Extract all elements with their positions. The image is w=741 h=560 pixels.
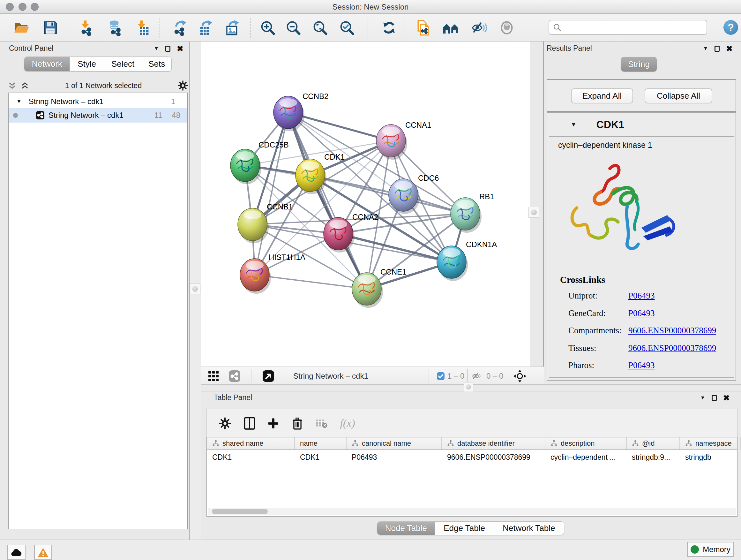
tab-network-table[interactable]: Network Table xyxy=(494,522,564,535)
panel-close-icon[interactable]: ✖ xyxy=(723,395,730,401)
first-neighbors-icon[interactable] xyxy=(441,15,460,40)
clone-network-icon[interactable] xyxy=(414,15,432,40)
save-session-icon[interactable] xyxy=(41,15,60,40)
tab-network[interactable]: Network xyxy=(24,57,70,71)
import-database-icon[interactable] xyxy=(106,15,125,40)
right-divider-handle[interactable] xyxy=(529,207,539,218)
network-node-CDC25B[interactable] xyxy=(230,149,261,184)
memory-button[interactable]: Memory xyxy=(687,542,734,557)
panel-menu-icon[interactable]: ▼ xyxy=(703,46,708,51)
tab-sets[interactable]: Sets xyxy=(142,57,172,71)
network-row[interactable]: String Network – cdk1 11 48 xyxy=(9,108,187,123)
crosslink-link[interactable]: P06493 xyxy=(628,291,655,308)
tab-style[interactable]: Style xyxy=(70,57,104,71)
zoom-out-icon[interactable] xyxy=(284,15,302,40)
export-network-icon[interactable] xyxy=(172,15,190,40)
crosslink-link[interactable]: P06493 xyxy=(628,361,655,378)
crosslink-link[interactable]: P06493 xyxy=(628,308,655,326)
network-node-CCNA2[interactable] xyxy=(324,217,354,253)
delete-table-icon[interactable] xyxy=(313,415,330,432)
table-cell[interactable]: cyclin–dependent ... xyxy=(545,450,627,464)
show-all-icon[interactable] xyxy=(497,15,516,40)
cloud-status-icon[interactable] xyxy=(7,545,25,560)
column-header-label: database identifier xyxy=(457,439,515,448)
gene-card-expander-icon[interactable]: ▼ xyxy=(570,121,577,128)
column-header-namespace[interactable]: namespace xyxy=(680,437,741,449)
network-node-CDK1[interactable] xyxy=(295,159,327,194)
network-view-canvas[interactable]: CCNB2CCNA1CDC25BCDK1CDC6RB1CCNB1CCNA2CDK… xyxy=(201,42,530,367)
add-column-icon[interactable] xyxy=(264,415,282,432)
expand-all-icon[interactable] xyxy=(21,81,29,90)
selected-checkbox-icon[interactable] xyxy=(436,367,445,385)
help-icon[interactable]: ? xyxy=(724,20,738,35)
column-header-name[interactable]: name xyxy=(295,437,347,449)
fit-center-icon[interactable] xyxy=(513,367,527,385)
table-row[interactable]: CDK1CDK1P064939606.ENSP00000378699cyclin… xyxy=(207,450,737,464)
table-cell[interactable]: CDK1 xyxy=(295,450,347,464)
protein-structure-image xyxy=(562,155,682,260)
tab-string[interactable]: String xyxy=(621,57,657,71)
panel-menu-icon[interactable]: ▼ xyxy=(154,46,159,51)
zoom-in-icon[interactable] xyxy=(259,15,277,40)
panel-float-icon[interactable] xyxy=(165,46,171,52)
collapse-all-icon[interactable] xyxy=(8,81,16,90)
node-label-CCNA2: CCNA2 xyxy=(352,212,378,221)
warning-status-icon[interactable] xyxy=(34,545,52,560)
open-session-icon[interactable] xyxy=(13,15,31,40)
search-input[interactable] xyxy=(564,23,706,32)
refresh-layout-icon[interactable] xyxy=(380,15,398,40)
gear-icon[interactable] xyxy=(178,80,188,91)
network-edges[interactable] xyxy=(245,112,465,289)
column-header-description[interactable]: description xyxy=(545,437,627,449)
node-table[interactable]: shared namenamecanonical namedatabase id… xyxy=(206,437,738,516)
column-header-shared-name[interactable]: shared name xyxy=(207,437,295,449)
crosslink-link[interactable]: 9606.ENSP00000378699 xyxy=(628,326,716,343)
grid-view-icon[interactable] xyxy=(208,367,219,385)
table-cell[interactable]: P06493 xyxy=(347,450,442,464)
delete-column-icon[interactable] xyxy=(288,415,307,432)
column-header--id[interactable]: @id xyxy=(627,437,680,449)
network-share-icon[interactable] xyxy=(228,367,241,385)
network-collection-row[interactable]: ▼ String Network – cdk1 1 xyxy=(9,93,187,108)
tree-expander-icon[interactable]: ▼ xyxy=(16,98,22,105)
horizontal-divider-handle[interactable] xyxy=(464,382,473,392)
toolbar-separator xyxy=(367,18,368,38)
birdseye-view-icon[interactable] xyxy=(262,367,274,385)
main-toolbar: ? xyxy=(0,14,741,42)
table-cell[interactable]: stringdb xyxy=(680,450,741,464)
panel-float-icon[interactable] xyxy=(715,46,720,52)
search-box[interactable] xyxy=(549,20,707,35)
import-table-icon[interactable] xyxy=(133,15,151,40)
panel-close-icon[interactable]: ✖ xyxy=(177,45,184,52)
network-node-CCNA1[interactable] xyxy=(376,125,407,160)
column-header-canonical-name[interactable]: canonical name xyxy=(347,437,442,449)
export-image-icon[interactable] xyxy=(223,15,242,40)
zoom-fit-icon[interactable] xyxy=(311,15,329,40)
export-table-icon[interactable] xyxy=(197,15,216,40)
network-node-CCNE1[interactable] xyxy=(352,273,383,308)
import-network-icon[interactable] xyxy=(77,15,95,40)
scrollbar-thumb[interactable] xyxy=(212,509,268,514)
function-builder-icon[interactable]: f(x) xyxy=(335,415,360,432)
tab-node-table[interactable]: Node Table xyxy=(377,522,435,535)
zoom-selected-icon[interactable] xyxy=(338,15,356,40)
network-node-RB1[interactable] xyxy=(451,198,482,233)
left-divider-handle[interactable] xyxy=(190,284,200,294)
table-cell[interactable]: stringdb:9... xyxy=(627,450,680,464)
collapse-all-button[interactable]: Collapse All xyxy=(645,88,712,104)
tab-select[interactable]: Select xyxy=(104,57,142,71)
panel-close-icon[interactable]: ✖ xyxy=(726,45,733,52)
show-columns-icon[interactable] xyxy=(241,415,259,432)
panel-menu-icon[interactable]: ▼ xyxy=(700,395,705,401)
table-horizontal-scrollbar[interactable] xyxy=(208,508,736,515)
table-cell[interactable]: CDK1 xyxy=(207,450,295,464)
column-header-database-identifier[interactable]: database identifier xyxy=(442,437,545,449)
panel-float-icon[interactable] xyxy=(712,395,717,401)
table-cell[interactable]: 9606.ENSP00000378699 xyxy=(442,450,545,464)
crosslink-link[interactable]: 9606.ENSP00000378699 xyxy=(628,343,716,361)
network-node-CDKN1A[interactable] xyxy=(437,246,468,281)
expand-all-button[interactable]: Expand All xyxy=(571,88,633,104)
table-settings-gear-icon[interactable] xyxy=(216,415,234,432)
hide-selected-icon[interactable] xyxy=(470,15,488,40)
tab-edge-table[interactable]: Edge Table xyxy=(435,522,494,535)
